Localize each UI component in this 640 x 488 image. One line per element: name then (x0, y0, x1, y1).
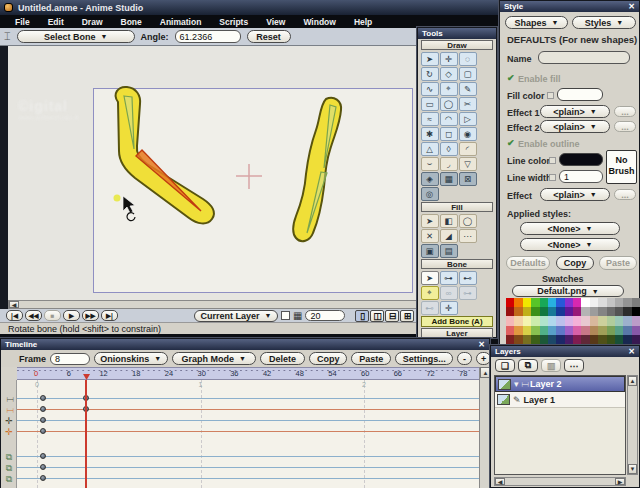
draw-tool-4-button[interactable]: ↻ (421, 67, 439, 81)
step-forward-button[interactable]: ▶▶ (82, 310, 99, 321)
swatch-2-11[interactable] (598, 316, 606, 325)
fill-tool-2-button[interactable]: ◧ (440, 214, 458, 228)
swatch-4-0[interactable] (506, 335, 514, 344)
draw-tool-7-button[interactable]: ∿ (421, 82, 439, 96)
swatch-0-8[interactable] (573, 298, 581, 307)
grid-toggle-checkbox[interactable] (281, 311, 290, 320)
close-icon[interactable]: ✕ (628, 2, 635, 11)
swatch-0-11[interactable] (598, 298, 606, 307)
swatch-1-10[interactable] (590, 307, 598, 316)
go-to-end-button[interactable]: ▶| (101, 310, 118, 321)
swatch-2-13[interactable] (615, 316, 623, 325)
new-layer-button[interactable]: ❏ (495, 359, 515, 372)
line-color-anim-checkbox[interactable] (549, 157, 556, 164)
keyframe-dot[interactable] (40, 406, 46, 412)
draw-tool-23-button[interactable]: ◞ (440, 157, 458, 171)
swatch-3-6[interactable] (556, 326, 564, 335)
swatch-1-9[interactable] (581, 307, 589, 316)
swatch-2-14[interactable] (623, 316, 631, 325)
draw-tool-20-button[interactable]: ◊ (440, 142, 458, 156)
draw-tool-12-button[interactable]: ✂ (459, 97, 477, 111)
swatch-1-4[interactable] (540, 307, 548, 316)
swatch-0-4[interactable] (540, 298, 548, 307)
fill-color-anim-checkbox[interactable] (547, 92, 554, 99)
keyframe-dot[interactable] (40, 464, 46, 470)
swatch-2-2[interactable] (523, 316, 531, 325)
swatch-0-9[interactable] (581, 298, 589, 307)
canvas-horizontal-scrollbar[interactable]: ◀ ▶ (8, 300, 427, 309)
play-button[interactable]: ▶ (63, 310, 80, 321)
line-width-input[interactable]: 1 (559, 170, 603, 183)
layer-visibility-thumbnail[interactable] (498, 379, 511, 390)
bone-tool-6-button[interactable]: ⊶ (459, 286, 477, 300)
keyframe-dot[interactable] (40, 428, 46, 434)
styles-dropdown[interactable]: Styles ▼ (572, 16, 636, 29)
stop-button[interactable]: ■ (44, 310, 61, 321)
swatch-0-6[interactable] (556, 298, 564, 307)
effect-options-button[interactable]: ... (614, 189, 636, 200)
scroll-down-arrow[interactable]: ▼ (628, 464, 637, 474)
swatch-1-15[interactable] (632, 307, 640, 316)
swatch-3-0[interactable] (506, 326, 514, 335)
swatch-1-2[interactable] (523, 307, 531, 316)
expander-icon[interactable]: ▾ (514, 379, 519, 389)
swatch-4-2[interactable] (523, 335, 531, 344)
titlebar[interactable]: Untitled.anme - Anime Studio (0, 0, 500, 15)
swatch-1-1[interactable] (514, 307, 522, 316)
layer-row-layer-1[interactable]: ✎Layer 1 (495, 392, 625, 408)
menu-item-draw[interactable]: Draw (73, 17, 112, 27)
layer-visibility-thumbnail[interactable] (497, 394, 510, 405)
swatch-1-14[interactable] (623, 307, 631, 316)
applied-style2-dropdown[interactable]: <None> ▼ (520, 238, 620, 251)
menu-item-file[interactable]: File (6, 17, 39, 27)
layer-row-layer-2[interactable]: ▾⌶Layer 2 (495, 376, 625, 392)
swatch-0-10[interactable] (590, 298, 598, 307)
draw-tool-14-button[interactable]: ◠ (440, 112, 458, 126)
enable-outline-checkbox[interactable]: ✔ (507, 138, 515, 148)
quad-view-button[interactable]: ⊞ (400, 310, 414, 322)
swatch-4-11[interactable] (598, 335, 606, 344)
draw-tool-28-button[interactable]: ◎ (421, 187, 439, 201)
swatch-2-6[interactable] (556, 316, 564, 325)
swatch-3-15[interactable] (632, 326, 640, 335)
current-layer-dropdown[interactable]: Current Layer ▼ (194, 310, 278, 322)
draw-tool-3-button[interactable]: ◌ (459, 52, 477, 66)
swatch-0-3[interactable] (531, 298, 539, 307)
swatch-3-2[interactable] (523, 326, 531, 335)
scroll-up-arrow[interactable]: ▲ (628, 376, 637, 386)
paste-keyframe-button[interactable]: Paste (351, 352, 391, 365)
enable-fill-checkbox[interactable]: ✔ (507, 73, 515, 83)
fill-tool-8-button[interactable]: ▤ (440, 244, 458, 258)
swatch-2-0[interactable] (506, 316, 514, 325)
swatch-1-3[interactable] (531, 307, 539, 316)
tools-palette-titlebar[interactable]: Tools (418, 28, 496, 39)
go-to-start-button[interactable]: |◀ (6, 310, 23, 321)
swatch-2-9[interactable] (581, 316, 589, 325)
menu-item-animation[interactable]: Animation (151, 17, 211, 27)
swatch-3-5[interactable] (548, 326, 556, 335)
swatch-4-9[interactable] (581, 335, 589, 344)
scroll-left-arrow[interactable]: ◀ (9, 301, 19, 308)
swatch-0-2[interactable] (523, 298, 531, 307)
draw-tool-9-button[interactable]: ✎ (459, 82, 477, 96)
delete-keyframe-button[interactable]: Delete (260, 352, 306, 365)
swatch-3-1[interactable] (514, 326, 522, 335)
swatch-3-3[interactable] (531, 326, 539, 335)
swatch-3-11[interactable] (598, 326, 606, 335)
fill-color-swatch[interactable] (557, 88, 603, 101)
swatch-1-7[interactable] (565, 307, 573, 316)
select-bone-dropdown[interactable]: Select Bone ▼ (17, 30, 135, 43)
applied-style1-dropdown[interactable]: <None> ▼ (520, 222, 620, 235)
single-view-button[interactable]: ▯ (355, 310, 369, 322)
close-icon[interactable]: ✕ (478, 340, 485, 349)
swatch-4-12[interactable] (607, 335, 615, 344)
zoom-in-timeline-button[interactable]: + (476, 352, 491, 365)
swatch-4-14[interactable] (623, 335, 631, 344)
swatch-3-10[interactable] (590, 326, 598, 335)
effect1-options-button[interactable]: ... (614, 106, 636, 117)
bone-tool-2-button[interactable]: ⊶ (440, 271, 458, 285)
swatch-2-5[interactable] (548, 316, 556, 325)
keyframe-dot[interactable] (40, 475, 46, 481)
bone-tool-3-button[interactable]: ⊷ (459, 271, 477, 285)
effect1-dropdown[interactable]: <plain> ▼ (540, 105, 610, 118)
